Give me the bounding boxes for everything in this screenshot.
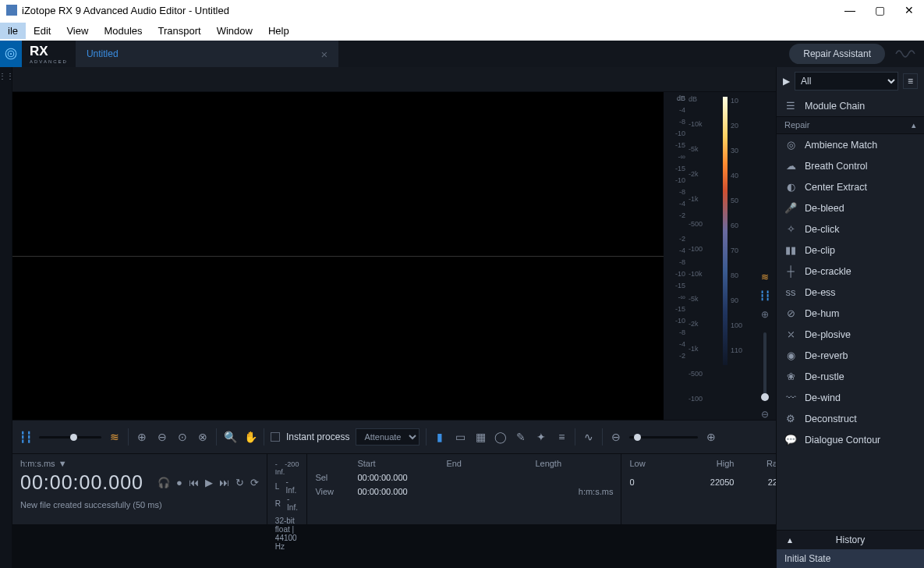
loop-region-button[interactable]: ⟳	[250, 477, 259, 488]
zoom-fit-icon[interactable]: ⊙	[175, 431, 189, 443]
freq-low[interactable]: 0	[629, 477, 676, 487]
category-repair[interactable]: Repair▴	[777, 116, 924, 134]
repair-assistant-button[interactable]: Repair Assistant	[789, 44, 885, 64]
app-icon	[6, 5, 17, 16]
menu-edit[interactable]: Edit	[26, 23, 58, 39]
wind-icon: 〰	[784, 392, 797, 403]
opacity-slider[interactable]	[39, 436, 101, 438]
center-icon: ◐	[784, 181, 797, 193]
module-reverb[interactable]: ◉De-reverb	[777, 345, 924, 366]
time-select-icon[interactable]: ▮	[433, 431, 447, 443]
menu-help[interactable]: Help	[260, 23, 297, 39]
clip-icon: ▮▮	[784, 244, 797, 256]
view-start[interactable]: 00:00:00.000	[357, 487, 435, 496]
module-bleed[interactable]: 🎤De-bleed	[777, 197, 924, 218]
module-clip[interactable]: ▮▮De-clip	[777, 240, 924, 261]
module-wind[interactable]: 〰De-wind	[777, 387, 924, 408]
brush-select-icon[interactable]: ✎	[514, 431, 528, 443]
sel-start[interactable]: 00:00:00.000	[357, 473, 435, 482]
spectrogram-colorbar	[723, 97, 728, 365]
time-format-arrow-icon[interactable]: ▼	[58, 459, 67, 468]
module-match[interactable]: ◎Ambience Match	[777, 134, 924, 155]
loop-button[interactable]: ↻	[235, 477, 244, 488]
db-scale-left: dB -4-8-10-15-∞-15-10-8-4-2 -2-4-8-10-15…	[664, 92, 687, 420]
waveform-mode-icon[interactable]: ┇┇	[19, 431, 33, 443]
module-center[interactable]: ◐Center Extract	[777, 176, 924, 197]
svg-point-2	[10, 53, 12, 55]
freq-high[interactable]: 22050	[687, 477, 734, 487]
play-button[interactable]: ▶	[205, 477, 213, 488]
close-window-button[interactable]: ✕	[904, 4, 915, 16]
waveform-canvas[interactable]	[12, 92, 664, 420]
hand-tool-icon[interactable]: ✋	[243, 431, 257, 443]
forward-button[interactable]: ⏭	[219, 477, 229, 488]
transport-bar: h:m:s.ms ▼ 00:00:00.000 🎧 ● ⏮ ▶ ⏭ ↻ ⟳ Ne…	[12, 454, 776, 524]
spectrogram-bars-icon[interactable]: ┇┇	[759, 290, 770, 301]
audio-format: 32-bit float | 44100 Hz	[275, 517, 299, 551]
menu-view[interactable]: View	[58, 23, 96, 39]
region-list-icon[interactable]: ≡	[554, 431, 568, 443]
tab-untitled[interactable]: Untitled ×	[76, 41, 338, 67]
module-play-icon[interactable]: ▶	[783, 76, 790, 87]
freq-select-icon[interactable]: ▦	[473, 431, 487, 443]
rect-select-icon[interactable]: ▭	[453, 431, 467, 443]
module-rustle[interactable]: ❀De-rustle	[777, 366, 924, 387]
waveform-link-icon[interactable]	[894, 46, 916, 62]
record-button[interactable]: ●	[176, 477, 182, 488]
vertical-zoom-slider[interactable]	[763, 332, 766, 401]
history-initial-state[interactable]: Initial State	[777, 549, 924, 568]
module-plosive[interactable]: ⤫De-plosive	[777, 324, 924, 345]
menu-modules[interactable]: Modules	[96, 23, 150, 39]
breath-icon: ☁	[784, 160, 797, 172]
plosive-icon: ⤫	[784, 328, 797, 340]
maximize-button[interactable]: ▢	[874, 4, 885, 16]
left-edge-tools: ⋮⋮	[0, 67, 12, 568]
main-toolbar: ┇┇ ≋ ⊕ ⊖ ⊙ ⊗ 🔍 ✋ Instant process Attenua…	[12, 420, 776, 454]
module-filter-select[interactable]: All	[795, 72, 898, 91]
match-icon: ◎	[784, 139, 797, 151]
minimize-button[interactable]: —	[844, 4, 855, 16]
zoom-in-vert-icon[interactable]: ⊕	[761, 309, 769, 320]
history-up-icon[interactable]: ▴	[788, 534, 792, 545]
headphones-icon[interactable]: 🎧	[158, 477, 170, 488]
wand-select-icon[interactable]: ✦	[534, 431, 548, 443]
search-icon[interactable]: 🔍	[223, 431, 237, 443]
instant-process-checkbox[interactable]	[271, 432, 280, 442]
curve-tool-icon[interactable]: ∿	[582, 431, 596, 443]
rewind-button[interactable]: ⏮	[189, 477, 199, 488]
module-ess[interactable]: ssDe-ess	[777, 282, 924, 303]
menu-file[interactable]: ile	[0, 23, 26, 39]
spectrogram-mode-icon[interactable]: ≋	[108, 431, 122, 443]
dialog-icon: 💬	[784, 434, 797, 446]
amplitude-scales: dB -4-8-10-15-∞-15-10-8-4-2 -2-4-8-10-15…	[664, 92, 776, 420]
lasso-select-icon[interactable]: ◯	[494, 431, 508, 443]
module-menu-icon[interactable]: ≡	[903, 73, 918, 89]
zoom-in-icon[interactable]: ⊕	[135, 431, 149, 443]
module-dialog[interactable]: 💬Dialogue Contour	[777, 429, 924, 450]
module-hum[interactable]: ⊘De-hum	[777, 303, 924, 324]
hzoom-slider[interactable]	[629, 436, 698, 438]
time-format-label[interactable]: h:m:s.ms	[20, 459, 55, 468]
module-click[interactable]: ✧De-click	[777, 218, 924, 240]
process-mode-select[interactable]: Attenuate	[356, 428, 420, 446]
module-breath[interactable]: ☁Breath Control	[777, 155, 924, 176]
spectrogram-wave-icon[interactable]: ≋	[761, 272, 769, 282]
menu-transport[interactable]: Transport	[150, 23, 209, 39]
zoom-selection-icon[interactable]: ⊗	[196, 431, 210, 443]
close-tab-button[interactable]: ×	[321, 48, 328, 61]
rx-logo-sub: ADVANCED	[30, 59, 68, 64]
timeline-ruler[interactable]	[12, 67, 776, 92]
edge-marker-icon[interactable]: ⋮⋮	[0, 72, 14, 80]
history-header[interactable]: ▴ History	[777, 531, 924, 549]
zoom-out-vert-icon[interactable]: ⊖	[761, 409, 769, 420]
zoom-out-icon[interactable]: ⊖	[155, 431, 169, 443]
module-chain-item[interactable]: ☰ Module Chain	[777, 95, 924, 116]
playhead-position[interactable]: 00:00:00.000	[20, 471, 143, 494]
izotope-logo-icon	[0, 41, 22, 67]
module-decon[interactable]: ⚙Deconstruct	[777, 408, 924, 429]
module-crackle[interactable]: ┼De-crackle	[777, 261, 924, 282]
hzoom-in-icon[interactable]: ⊕	[704, 431, 718, 443]
menu-window[interactable]: Window	[209, 23, 260, 39]
hzoom-out-icon[interactable]: ⊖	[609, 431, 623, 443]
window-title: iZotope RX 9 Advanced Audio Editor - Unt…	[22, 5, 844, 16]
